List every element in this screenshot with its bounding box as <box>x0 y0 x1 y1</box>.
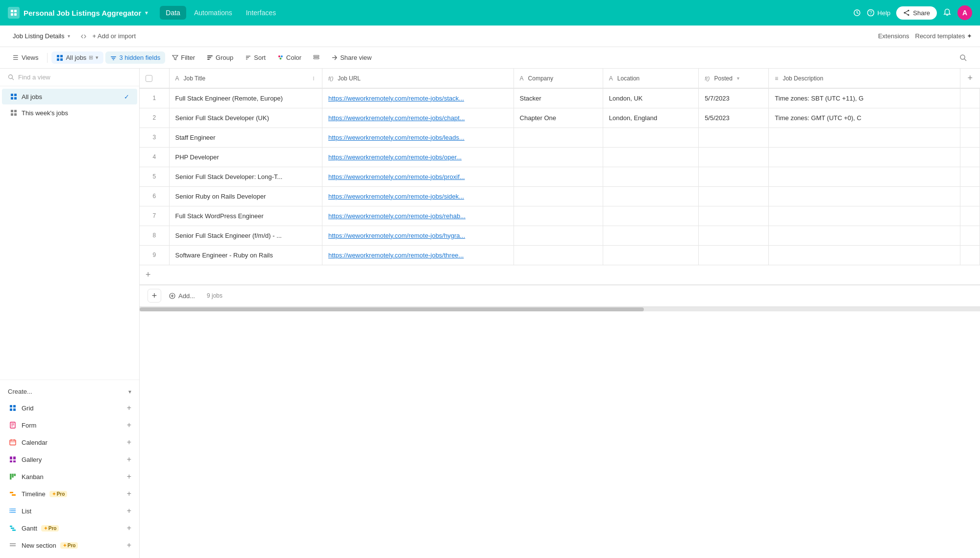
job-url-link[interactable]: https://weworkremotely.com/remote-jobs/p… <box>328 173 465 180</box>
table-row[interactable]: 6 Senior Ruby on Rails Developer https:/… <box>140 186 980 206</box>
nav-tabs: Data Automations Interfaces <box>160 6 282 20</box>
timeline-pro-badge: ✦ Pro <box>49 491 68 497</box>
job-url-link[interactable]: https://weworkremotely.com/remote-jobs/r… <box>328 212 466 220</box>
create-gallery-item[interactable]: Gallery + <box>2 451 137 468</box>
row-job-title-cell[interactable]: Full Stack WordPress Engineer <box>169 206 322 226</box>
header-location[interactable]: A Location <box>603 69 698 88</box>
table-row[interactable]: 9 Software Engineer - Ruby on Rails http… <box>140 245 980 265</box>
table-row[interactable]: 2 Senior Full Stack Developer (UK) https… <box>140 108 980 127</box>
filter-button[interactable]: Filter <box>167 51 200 64</box>
job-url-link[interactable]: https://weworkremotely.com/remote-jobs/c… <box>328 114 465 122</box>
create-section-collapse-icon: ▾ <box>128 388 131 395</box>
create-new-section-item[interactable]: New section ✦ Pro + <box>2 537 137 554</box>
create-form-item[interactable]: Form + <box>2 417 137 433</box>
header-posted[interactable]: f() Posted ▼ <box>699 69 769 88</box>
app-logo[interactable]: Personal Job Listings Aggregator ▾ <box>8 7 148 19</box>
extensions-link[interactable]: Extensions <box>878 32 909 40</box>
color-button[interactable]: Color <box>272 51 306 64</box>
share-view-label: Share view <box>340 54 371 61</box>
row-job-url-cell[interactable]: https://weworkremotely.com/remote-jobs/o… <box>322 147 514 167</box>
all-jobs-view-button[interactable]: All jobs ⊞ ▾ <box>51 51 103 64</box>
row-job-url-cell[interactable]: https://weworkremotely.com/remote-jobs/c… <box>322 108 514 127</box>
row-company-cell <box>514 127 603 147</box>
svg-rect-59 <box>13 460 16 462</box>
create-gantt-item[interactable]: Gantt ✦ Pro + <box>2 520 137 536</box>
table-row[interactable]: 5 Senior Full Stack Developer: Long-T...… <box>140 167 980 186</box>
footer-add-button[interactable]: + <box>147 289 161 303</box>
search-button[interactable] <box>955 51 972 64</box>
row-job-url-cell[interactable]: https://weworkremotely.com/remote-jobs/s… <box>322 88 514 108</box>
create-calendar-item[interactable]: Calendar + <box>2 434 137 451</box>
footer-add-record-button[interactable]: Add... <box>169 292 195 300</box>
this-weeks-jobs-label: This week's jobs <box>22 109 68 117</box>
header-add-col[interactable]: + <box>960 69 980 88</box>
row-job-url-cell[interactable]: https://weworkremotely.com/remote-jobs/h… <box>322 226 514 245</box>
history-button[interactable] <box>853 9 861 17</box>
nav-tab-interfaces[interactable]: Interfaces <box>240 6 282 20</box>
app-dropdown-arrow[interactable]: ▾ <box>145 10 148 16</box>
horizontal-scrollbar[interactable] <box>140 306 980 311</box>
create-kanban-item[interactable]: Kanban + <box>2 468 137 485</box>
table-row[interactable]: 7 Full Stack WordPress Engineer https://… <box>140 206 980 226</box>
header-job-description[interactable]: ≡ Job Description <box>769 69 960 88</box>
row-job-url-cell[interactable]: https://weworkremotely.com/remote-jobs/p… <box>322 167 514 186</box>
header-company[interactable]: A Company <box>514 69 603 88</box>
row-job-title-cell[interactable]: Full Stack Engineer (Remote, Europe) <box>169 88 322 108</box>
help-button[interactable]: ? Help <box>867 9 891 17</box>
nav-tab-automations[interactable]: Automations <box>188 6 238 20</box>
table-row[interactable]: 3 Staff Engineer https://weworkremotely.… <box>140 127 980 147</box>
job-url-link[interactable]: https://weworkremotely.com/remote-jobs/l… <box>328 134 465 141</box>
sort-button[interactable]: Sort <box>240 51 270 64</box>
job-url-link[interactable]: https://weworkremotely.com/remote-jobs/s… <box>328 193 464 200</box>
create-grid-item[interactable]: Grid + <box>2 400 137 416</box>
row-job-title-cell[interactable]: PHP Developer <box>169 147 322 167</box>
find-view-search[interactable]: Find a view <box>8 74 131 81</box>
group-button[interactable]: Group <box>202 51 238 64</box>
nav-tab-data[interactable]: Data <box>160 6 186 20</box>
create-timeline-item[interactable]: Timeline ✦ Pro + <box>2 485 137 502</box>
grid-label: Grid <box>22 405 34 412</box>
row-job-url-cell[interactable]: https://weworkremotely.com/remote-jobs/l… <box>322 127 514 147</box>
create-list-item[interactable]: List + <box>2 503 137 519</box>
table-tab-job-listing-details[interactable]: Job Listing Details ▾ <box>8 29 75 43</box>
header-job-url[interactable]: f() Job URL <box>322 69 514 88</box>
add-import-button[interactable]: + Add or import <box>93 32 136 40</box>
job-url-link[interactable]: https://weworkremotely.com/remote-jobs/o… <box>328 153 462 161</box>
add-col-icon[interactable]: + <box>967 73 973 83</box>
find-view-search-icon <box>8 74 14 80</box>
job-url-link[interactable]: https://weworkremotely.com/remote-jobs/s… <box>328 95 464 102</box>
new-section-create-icon <box>8 540 18 550</box>
sidebar-item-all-jobs[interactable]: All jobs ✓ <box>2 89 137 104</box>
row-job-url-cell[interactable]: https://weworkremotely.com/remote-jobs/t… <box>322 245 514 265</box>
record-templates-link[interactable]: Record templates ✦ <box>915 32 973 40</box>
row-job-title-cell[interactable]: Staff Engineer <box>169 127 322 147</box>
table-more-button[interactable]: ‹› <box>81 31 87 41</box>
row-job-url-cell[interactable]: https://weworkremotely.com/remote-jobs/s… <box>322 186 514 206</box>
hidden-fields-button[interactable]: 3 hidden fields <box>105 51 165 64</box>
select-all-checkbox[interactable] <box>146 75 152 82</box>
job-url-link[interactable]: https://weworkremotely.com/remote-jobs/h… <box>328 232 465 239</box>
row-job-title-cell[interactable]: Senior Full Stack Engineer (f/m/d) - ... <box>169 226 322 245</box>
notification-button[interactable] <box>943 8 952 17</box>
row-extra-cell <box>960 108 980 127</box>
header-job-title[interactable]: A Job Title <box>169 69 322 88</box>
user-avatar[interactable]: A <box>957 5 972 20</box>
row-height-button[interactable] <box>308 52 324 63</box>
posted-col-icon: f() <box>705 76 710 81</box>
table-row[interactable]: 1 Full Stack Engineer (Remote, Europe) h… <box>140 88 980 108</box>
row-job-title-cell[interactable]: Software Engineer - Ruby on Rails <box>169 245 322 265</box>
row-job-title-cell[interactable]: Senior Full Stack Developer: Long-T... <box>169 167 322 186</box>
views-button[interactable]: ☰ Views <box>8 51 43 64</box>
sidebar-item-this-weeks-jobs[interactable]: This week's jobs <box>2 105 137 121</box>
share-view-button[interactable]: Share view <box>326 51 376 64</box>
row-job-title-cell[interactable]: Senior Full Stack Developer (UK) <box>169 108 322 127</box>
row-job-title-cell[interactable]: Senior Ruby on Rails Developer <box>169 186 322 206</box>
table-row[interactable]: 8 Senior Full Stack Engineer (f/m/d) - .… <box>140 226 980 245</box>
row-job-url-cell[interactable]: https://weworkremotely.com/remote-jobs/r… <box>322 206 514 226</box>
filter-icon <box>172 54 178 61</box>
share-button[interactable]: Share <box>896 6 937 20</box>
job-url-link[interactable]: https://weworkremotely.com/remote-jobs/t… <box>328 252 464 259</box>
table-row[interactable]: 4 PHP Developer https://weworkremotely.c… <box>140 147 980 167</box>
add-row-btn[interactable]: + <box>140 265 169 284</box>
create-section-header[interactable]: Create... ▾ <box>0 384 139 399</box>
